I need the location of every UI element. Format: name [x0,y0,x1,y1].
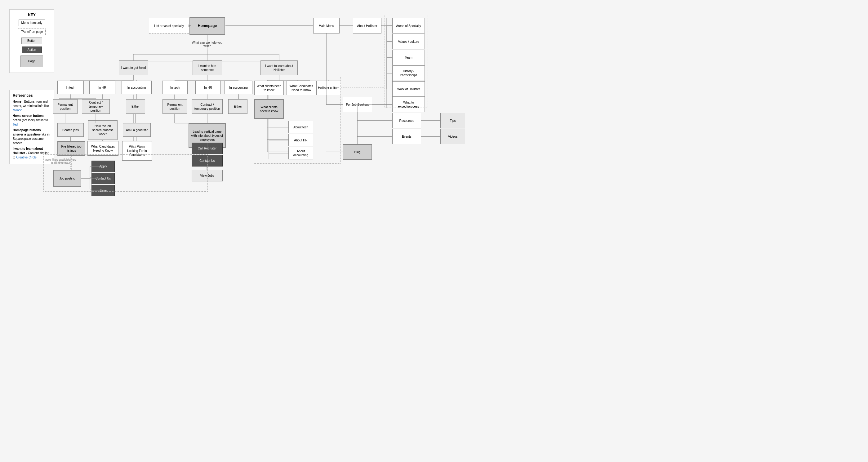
either-2-node[interactable]: Either [228,99,247,114]
get-hired-node[interactable]: I want to get hired [119,60,148,75]
about-hollister-node[interactable]: About Hollister [353,18,381,33]
in-hr-2-node[interactable]: In HR [195,81,221,94]
key-menu-item-container: Menu item only [13,20,51,26]
in-tech-2-node[interactable]: In tech [162,81,188,94]
about-hr-node[interactable]: About HR [288,134,313,146]
learn-hollister-node[interactable]: I want to learn about Hollister [260,60,298,75]
work-at-hollister-node[interactable]: Work at Hollister [392,81,425,97]
key-action-container: Action [13,47,51,53]
mondo-link[interactable]: Mondo [13,109,22,112]
what-clients-need-panel-node[interactable]: What clients need to know [254,99,284,119]
key-button-container: Button [13,37,51,44]
main-menu-node[interactable]: Main Menu [313,18,340,33]
what-clients-know-node[interactable]: What clients need to know [254,81,284,95]
about-accounting-node[interactable]: About accounting [288,147,313,159]
in-accounting-1-node[interactable]: In accounting [122,81,152,94]
what-can-we-help-label: What can we help you with? [189,41,226,48]
key-menu-item: Menu item only [19,20,45,26]
contact-us-job-button[interactable]: Contact Us [91,173,115,184]
ref-item-4: I want to learn about Hollister - Conten… [13,147,51,160]
perm-pos-2-node[interactable]: Permanent position [162,99,187,114]
history-partnerships-node[interactable]: History / Partnerships [392,65,425,81]
what-were-looking-node[interactable]: What We're Looking For in Candidates [122,141,152,161]
key-panel: KEY Menu item only "Panel" on page Butto… [9,9,54,73]
either-1-node[interactable]: Either [126,99,145,114]
events-node[interactable]: Events [392,129,421,144]
homepage-node[interactable]: Homepage [189,17,225,35]
key-panel-item-container: "Panel" on page [13,29,51,35]
perm-pos-1-node[interactable]: Permanent position [53,99,78,114]
list-areas-node: List areas of specialty [149,18,189,33]
call-recruiter-node[interactable]: Call Recruiter [192,143,223,154]
in-hr-1-node[interactable]: In HR [89,81,115,94]
creative-circle-link[interactable]: Creative Circle [16,156,37,159]
key-title: KEY [13,13,51,17]
key-panel-item: "Panel" on page [18,29,46,35]
blog-node[interactable]: Blog [343,144,372,160]
ref-item-1: Home - Buttons from and center, w/ minim… [13,99,51,113]
more-filters-label: More filters available here (skill, time… [42,158,79,164]
references-title: References [13,93,51,98]
areas-specialty-node[interactable]: Areas of Specialty [392,18,425,33]
contract-temp-2-node[interactable]: Contract / temporary position [192,99,223,114]
hire-someone-node[interactable]: I want to hire someone [193,60,222,75]
pre-filtered-node[interactable]: Pre-filtered job listings [57,141,85,156]
tips-node[interactable]: Tips [440,113,465,128]
key-action: Action [22,47,42,53]
job-posting-node[interactable]: Job posting [53,170,81,187]
search-jobs-node[interactable]: Search jobs [57,123,84,137]
what-candidates-know-node[interactable]: What Candidates Need to Know [286,81,316,95]
apply-button[interactable]: Apply [91,161,115,172]
what-to-expect-node[interactable]: What to expect/process [392,97,425,112]
what-cands-need-node[interactable]: What Candidates Need to Know [88,141,119,156]
values-culture-node[interactable]: Values / culture [392,34,425,49]
for-job-seekers-node[interactable]: For Job Seekers [343,97,372,112]
contract-temp-1-node[interactable]: Contract / temporary position [82,99,110,114]
save-button[interactable]: Save [91,185,115,196]
videos-node[interactable]: Videos [440,129,465,144]
key-page-container: Page [13,56,51,67]
ted-link[interactable]: Ted [13,123,18,126]
contact-us-hire-node[interactable]: Contact Us [192,155,223,166]
how-job-search-node[interactable]: How the job search process work? [88,120,118,140]
ref-item-3: Homepage buttons answer a question- like… [13,128,51,146]
key-button: Button [22,37,42,44]
ref-item-2: Home screen buttons - action (not look) … [13,114,51,127]
am-i-fit-node[interactable]: Am I a good fit? [123,123,151,137]
resources-node[interactable]: Resources [392,113,421,128]
references-panel: References Home - Buttons from and cente… [9,90,54,164]
hollister-culture-node[interactable]: Hollister culture [316,81,341,95]
team-node[interactable]: Team [392,50,425,65]
in-tech-1-node[interactable]: In tech [57,81,84,94]
about-tech-node[interactable]: About tech [288,121,313,133]
key-page: Page [21,56,43,67]
in-accounting-2-node[interactable]: In accounting [224,81,252,94]
view-jobs-node[interactable]: View Jobs [192,170,223,181]
